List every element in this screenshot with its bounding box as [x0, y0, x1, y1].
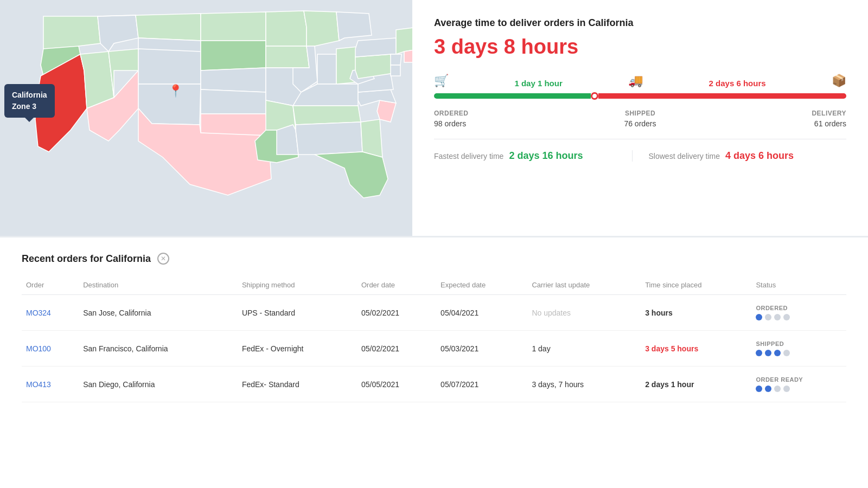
col-carrier: Carrier last update [527, 275, 641, 295]
bottom-section: Recent orders for California ✕ Order Des… [0, 236, 868, 488]
expected-date: 05/03/2021 [436, 331, 527, 367]
tooltip-zone: Zone 3 [12, 102, 36, 111]
ordered-time-label: 1 day 1 hour [514, 79, 562, 88]
map-area: 📍 California Zone 3 [0, 0, 412, 236]
status-dot-0 [756, 386, 762, 392]
svg-marker-15 [201, 114, 269, 136]
svg-marker-28 [293, 106, 361, 125]
tooltip-state: California [12, 91, 47, 99]
svg-marker-11 [201, 12, 266, 41]
expected-date: 05/04/2021 [436, 295, 527, 331]
order-id[interactable]: MO413 [22, 367, 79, 402]
table-row: MO324 San Jose, California UPS - Standar… [22, 295, 846, 331]
table-header-row: Recent orders for California ✕ [22, 253, 846, 265]
status-dot-2 [774, 350, 781, 356]
svg-marker-13 [201, 68, 266, 92]
stats-panel: Average time to deliver orders in Califo… [412, 0, 868, 236]
order-date: 05/02/2021 [357, 331, 436, 367]
table-row: MO413 San Diego, California FedEx- Stand… [22, 367, 846, 402]
status-cell: ORDERED [751, 295, 846, 331]
fastest-value: 2 days 16 hours [509, 150, 583, 162]
status-dot-3 [783, 386, 790, 392]
svg-marker-23 [336, 12, 372, 41]
svg-marker-38 [355, 38, 396, 57]
col-destination: Destination [79, 275, 238, 295]
svg-marker-32 [315, 152, 388, 198]
status-cell: ORDER READY [751, 367, 846, 402]
svg-text:📍: 📍 [168, 84, 183, 98]
order-id[interactable]: MO100 [22, 331, 79, 367]
orders-table: Order Destination Shipping method Order … [22, 275, 846, 402]
svg-marker-25 [317, 54, 336, 84]
shipped-label: SHIPPED [624, 110, 656, 117]
svg-marker-41 [391, 54, 401, 65]
delivery-times: Fastest delivery time 2 days 16 hours Sl… [434, 150, 846, 162]
svg-marker-14 [201, 89, 266, 114]
destination: San Jose, California [79, 295, 238, 331]
order-date: 05/05/2021 [357, 367, 436, 402]
shipped-icon: 🚚 [628, 74, 643, 88]
svg-marker-30 [296, 122, 362, 155]
stats-row: ORDERED 98 orders SHIPPED 76 orders DELI… [434, 110, 846, 139]
time-since: 2 days 1 hour [641, 367, 751, 402]
ordered-stat: ORDERED 98 orders [434, 110, 469, 128]
shipped-stat: SHIPPED 76 orders [624, 110, 656, 128]
col-shipping: Shipping method [238, 275, 357, 295]
status-dot-3 [783, 350, 790, 356]
svg-marker-42 [391, 65, 400, 76]
shipping-method: FedEx - Overnight [238, 331, 357, 367]
carrier-update: 3 days, 7 hours [527, 367, 641, 402]
col-time-since: Time since placed [641, 275, 751, 295]
shipped-time-label: 2 days 6 hours [709, 79, 766, 88]
status-dot-0 [756, 350, 762, 356]
col-order: Order [22, 275, 79, 295]
time-since: 3 hours [641, 295, 751, 331]
order-date: 05/02/2021 [357, 295, 436, 331]
status-dot-1 [765, 350, 771, 356]
destination: San Francisco, California [79, 331, 238, 367]
slowest-label: Slowest delivery time [649, 152, 720, 160]
svg-marker-18 [266, 46, 309, 68]
svg-marker-4 [98, 15, 138, 52]
shipping-method: FedEx- Standard [238, 367, 357, 402]
svg-marker-33 [377, 100, 396, 122]
fastest-delivery: Fastest delivery time 2 days 16 hours [434, 150, 632, 162]
col-order-date: Order date [357, 275, 436, 295]
delivery-count: 61 orders [812, 119, 846, 128]
slowest-delivery: Slowest delivery time 4 days 6 hours [632, 150, 847, 162]
status-dot-1 [765, 314, 771, 320]
delivery-stat: DELIVERY 61 orders [812, 110, 846, 128]
status-dot-2 [774, 386, 781, 392]
stats-title: Average time to deliver orders in Califo… [434, 17, 846, 29]
ordered-count: 98 orders [434, 119, 469, 128]
table-title: Recent orders for California [22, 253, 151, 265]
svg-marker-17 [266, 11, 307, 46]
shipping-method: UPS - Standard [238, 295, 357, 331]
order-id[interactable]: MO324 [22, 295, 79, 331]
ordered-label: ORDERED [434, 110, 469, 117]
status-dot-1 [765, 386, 771, 392]
svg-marker-9 [138, 49, 201, 84]
status-dot-2 [774, 314, 781, 320]
fastest-label: Fastest delivery time [434, 152, 503, 160]
timeline-container: 🛒 1 day 1 hour 🚚 2 days 6 hours 📦 [434, 74, 846, 162]
status-dot-0 [756, 314, 762, 320]
col-expected: Expected date [436, 275, 527, 295]
slowest-value: 4 days 6 hours [725, 150, 794, 162]
delivery-icon: 📦 [832, 74, 846, 88]
col-status: Status [751, 275, 846, 295]
progress-bar [434, 92, 846, 100]
status-cell: SHIPPED [751, 331, 846, 367]
svg-marker-29 [277, 125, 298, 155]
time-since: 3 days 5 hours [641, 331, 751, 367]
destination: San Diego, California [79, 367, 238, 402]
svg-marker-31 [361, 119, 382, 157]
expected-date: 05/07/2021 [436, 367, 527, 402]
carrier-update: 1 day [527, 331, 641, 367]
shipped-count: 76 orders [624, 119, 656, 128]
avg-time: 3 days 8 hours [434, 35, 846, 59]
svg-marker-22 [304, 11, 339, 46]
delivery-label: DELIVERY [812, 110, 846, 117]
close-button[interactable]: ✕ [157, 253, 169, 265]
california-tooltip: California Zone 3 [4, 84, 55, 118]
